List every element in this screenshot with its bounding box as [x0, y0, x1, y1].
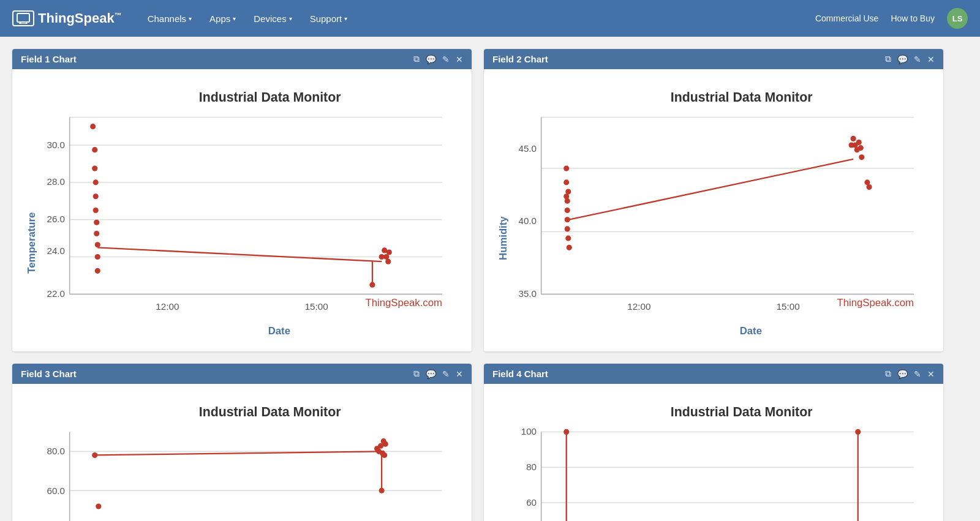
svg-text:28.0: 28.0	[47, 176, 65, 187]
field4-plot-title: Industrial Data Monitor	[671, 405, 813, 419]
field1-body: Industrial Data Monitor Temperature Date…	[12, 69, 472, 351]
svg-point-55	[565, 189, 571, 195]
svg-point-23	[93, 193, 99, 199]
how-to-buy-link[interactable]: How to Buy	[891, 13, 935, 23]
field1-card: Field 1 Chart ⧉ 💬 ✎ ✕ Industrial Data Mo…	[12, 49, 472, 351]
svg-point-54	[565, 226, 570, 231]
field3-close-icon[interactable]: ✕	[456, 369, 463, 379]
svg-rect-0	[17, 13, 29, 22]
field2-comment-icon[interactable]: 💬	[897, 54, 908, 64]
svg-text:45.0: 45.0	[518, 143, 537, 154]
svg-text:22.0: 22.0	[47, 288, 65, 299]
svg-text:80.0: 80.0	[47, 446, 65, 456]
field3-body: Industrial Data Monitor Light Date Thing…	[12, 384, 472, 521]
field4-card: Field 4 Chart ⧉ 💬 ✎ ✕ Industrial Data Mo…	[484, 364, 943, 521]
svg-text:80: 80	[526, 462, 537, 472]
apps-caret: ▾	[233, 15, 236, 22]
field2-watermark: ThingSpeak.com	[837, 297, 914, 309]
field2-external-link-icon[interactable]: ⧉	[885, 54, 891, 64]
svg-text:12:00: 12:00	[156, 301, 179, 312]
field3-card: Field 3 Chart ⧉ 💬 ✎ ✕ Industrial Data Mo…	[12, 364, 472, 521]
field2-plot-title: Industrial Data Monitor	[671, 90, 813, 105]
field3-external-link-icon[interactable]: ⧉	[413, 369, 420, 379]
support-caret: ▾	[344, 15, 347, 22]
svg-point-49	[564, 179, 569, 185]
field1-title: Field 1 Chart	[21, 54, 77, 64]
logo-icon	[12, 10, 34, 26]
navbar: ThingSpeak™ Channels ▾ Apps ▾ Devices ▾ …	[0, 0, 980, 37]
field1-external-link-icon[interactable]: ⧉	[413, 54, 420, 64]
svg-point-88	[382, 452, 387, 458]
svg-point-51	[565, 198, 570, 204]
svg-point-33	[385, 259, 391, 264]
field2-actions: ⧉ 💬 ✎ ✕	[885, 54, 935, 64]
svg-point-20	[92, 147, 97, 152]
field2-close-icon[interactable]: ✕	[927, 54, 935, 64]
field1-comment-icon[interactable]: 💬	[426, 54, 436, 64]
nav-support[interactable]: Support ▾	[303, 9, 355, 29]
svg-point-63	[858, 145, 864, 151]
svg-point-89	[383, 441, 388, 447]
svg-point-24	[93, 208, 99, 213]
field2-y-label: Humidity	[497, 216, 509, 260]
field1-edit-icon[interactable]: ✎	[442, 54, 450, 64]
svg-point-62	[856, 140, 862, 145]
svg-point-66	[866, 184, 872, 190]
svg-point-19	[90, 124, 96, 129]
svg-text:40.0: 40.0	[518, 216, 537, 226]
nav-apps[interactable]: Apps ▾	[202, 9, 243, 29]
field1-svg: Industrial Data Monitor Temperature Date…	[18, 75, 466, 345]
field1-watermark: ThingSpeak.com	[366, 297, 442, 309]
field4-external-link-icon[interactable]: ⧉	[885, 369, 891, 379]
field2-header: Field 2 Chart ⧉ 💬 ✎ ✕	[484, 49, 943, 69]
svg-point-52	[565, 208, 570, 213]
field2-edit-icon[interactable]: ✎	[914, 54, 921, 64]
svg-text:15:00: 15:00	[777, 301, 800, 312]
svg-text:100: 100	[521, 426, 537, 437]
svg-point-64	[859, 154, 864, 160]
field4-body: Industrial Data Monitor Fire Date ThingS…	[484, 384, 943, 521]
field1-plot-title: Industrial Data Monitor	[199, 90, 341, 105]
svg-point-27	[95, 242, 100, 247]
field4-edit-icon[interactable]: ✎	[914, 369, 921, 379]
user-avatar[interactable]: LS	[947, 8, 968, 29]
field1-close-icon[interactable]: ✕	[456, 54, 463, 64]
field3-plot-title: Industrial Data Monitor	[199, 405, 341, 419]
svg-text:15:00: 15:00	[305, 301, 328, 312]
nav-channels[interactable]: Channels ▾	[140, 9, 199, 29]
field1-actions: ⧉ 💬 ✎ ✕	[413, 54, 463, 64]
svg-point-56	[565, 236, 571, 241]
field1-x-label: Date	[268, 325, 290, 337]
field3-title: Field 3 Chart	[21, 369, 77, 379]
svg-point-50	[564, 166, 569, 171]
svg-point-28	[95, 254, 100, 260]
field4-close-icon[interactable]: ✕	[927, 369, 935, 379]
main-content: Field 1 Chart ⧉ 💬 ✎ ✕ Industrial Data Mo…	[0, 37, 956, 521]
svg-point-25	[94, 220, 99, 225]
field3-svg: Industrial Data Monitor Light Date Thing…	[18, 390, 466, 521]
svg-point-59	[851, 136, 856, 141]
svg-point-57	[567, 245, 572, 250]
svg-text:60: 60	[526, 497, 537, 508]
svg-point-29	[95, 268, 100, 274]
svg-point-81	[96, 504, 101, 509]
field1-y-label: Temperature	[26, 212, 37, 274]
channels-caret: ▾	[189, 15, 192, 22]
field3-edit-icon[interactable]: ✎	[442, 369, 450, 379]
field2-x-label: Date	[740, 325, 762, 337]
devices-caret: ▾	[289, 15, 292, 22]
field1-header: Field 1 Chart ⧉ 💬 ✎ ✕	[12, 49, 472, 69]
nav-right: Commercial Use How to Buy LS	[815, 8, 968, 29]
field3-comment-icon[interactable]: 💬	[426, 369, 436, 379]
nav-items: Channels ▾ Apps ▾ Devices ▾ Support ▾	[140, 9, 815, 29]
svg-text:30.0: 30.0	[47, 140, 65, 150]
nav-devices[interactable]: Devices ▾	[246, 9, 299, 29]
field4-title: Field 4 Chart	[492, 369, 548, 379]
field2-svg: Industrial Data Monitor Humidity Date Th…	[490, 75, 937, 345]
field4-svg: Industrial Data Monitor Fire Date ThingS…	[490, 390, 937, 521]
field2-title: Field 2 Chart	[492, 54, 548, 64]
field4-comment-icon[interactable]: 💬	[897, 369, 908, 379]
brand-logo[interactable]: ThingSpeak™	[12, 10, 122, 26]
svg-text:24.0: 24.0	[47, 246, 65, 256]
commercial-use-link[interactable]: Commercial Use	[815, 13, 878, 23]
